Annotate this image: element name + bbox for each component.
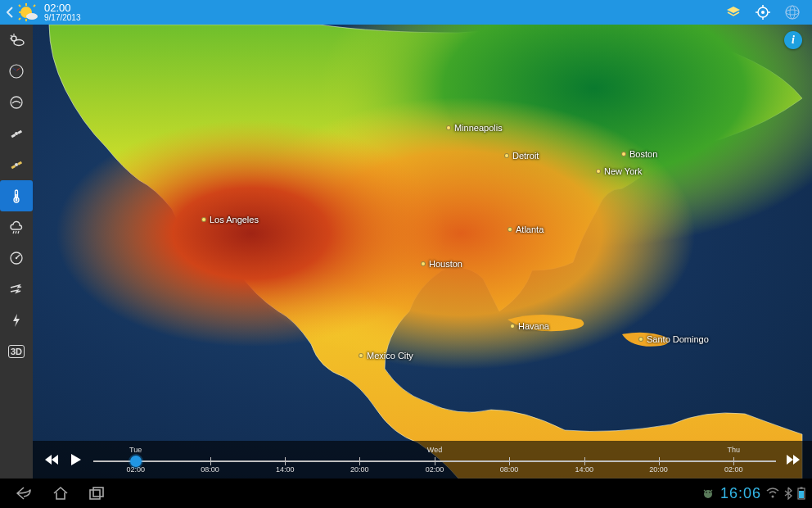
timeline-play-button[interactable] xyxy=(64,441,88,479)
map-viewport[interactable]: MinneapolisDetroitBostonNew YorkLos Ange… xyxy=(33,25,812,479)
info-button[interactable]: i xyxy=(784,31,802,49)
timeline-tick-label: 02:00 xyxy=(724,465,743,474)
timeline-tick xyxy=(659,457,660,465)
svg-rect-52 xyxy=(801,488,803,489)
svg-rect-53 xyxy=(799,491,804,498)
city-label: Mexico City xyxy=(359,351,413,361)
city-label: Boston xyxy=(621,149,657,159)
globe-icon[interactable] xyxy=(778,0,807,25)
battery-icon xyxy=(797,487,805,500)
svg-line-36 xyxy=(18,231,19,234)
timeline-tick-label: 08:00 xyxy=(500,465,519,474)
timeline-day-label: Thu xyxy=(728,446,741,454)
svg-point-23 xyxy=(11,97,22,108)
system-clock: 16:06 xyxy=(720,485,761,502)
svg-point-39 xyxy=(16,257,17,259)
svg-point-50 xyxy=(772,496,774,498)
timeline-tick-label: 14:00 xyxy=(276,465,295,474)
sidebar-radar-icon[interactable] xyxy=(0,56,33,87)
sidebar-wind-icon[interactable] xyxy=(0,274,33,305)
layer-sidebar: 3D xyxy=(0,25,33,479)
sidebar-pressure-icon[interactable] xyxy=(0,243,33,274)
city-name: Minneapolis xyxy=(454,123,503,133)
header-date: 9/17/2013 xyxy=(44,14,81,22)
city-dot-icon xyxy=(504,153,509,158)
svg-rect-28 xyxy=(17,161,22,166)
sidebar-cloud-icon[interactable] xyxy=(0,211,33,243)
timeline-tick xyxy=(210,457,211,465)
sidebar-satellite-vis-icon[interactable] xyxy=(0,149,33,180)
svg-point-9 xyxy=(761,11,765,14)
timeline-tick xyxy=(359,457,360,465)
sidebar-temperature-icon[interactable] xyxy=(0,180,33,211)
city-dot-icon xyxy=(508,227,512,232)
timeline-tick-label: 14:00 xyxy=(575,465,593,474)
svg-line-5 xyxy=(19,5,20,7)
city-name: Los Angeles xyxy=(210,215,259,225)
city-dot-icon xyxy=(421,261,426,266)
locate-icon[interactable] xyxy=(748,0,778,25)
timeline-tick xyxy=(435,457,435,465)
city-dot-icon xyxy=(638,337,643,342)
header-datetime[interactable]: 02:00 9/17/2013 xyxy=(39,2,81,22)
svg-rect-42 xyxy=(33,25,812,479)
timeline-handle[interactable] xyxy=(130,456,142,467)
city-dot-icon xyxy=(596,169,601,174)
app-logo-sun-icon[interactable] xyxy=(16,1,39,24)
city-name: Boston xyxy=(629,149,657,159)
timeline-forward-button[interactable] xyxy=(781,441,805,479)
timeline-day-label: Wed xyxy=(427,446,442,454)
svg-point-21 xyxy=(14,40,24,46)
sidebar-3d-icon[interactable]: 3D xyxy=(0,336,33,367)
sidebar-weather-icon[interactable] xyxy=(0,25,33,56)
timeline-tick xyxy=(733,457,734,465)
layers-icon[interactable] xyxy=(719,0,748,25)
timeline-track[interactable]: 02:0008:0014:0020:0002:0008:0014:0020:00… xyxy=(93,441,776,479)
system-recents-icon[interactable] xyxy=(79,479,115,508)
svg-rect-44 xyxy=(93,488,103,497)
svg-line-6 xyxy=(19,18,20,20)
city-label: Havana xyxy=(510,321,549,331)
city-dot-icon xyxy=(446,125,451,130)
svg-point-46 xyxy=(706,492,707,493)
system-back-icon[interactable] xyxy=(7,479,43,508)
timeline-rewind-button[interactable] xyxy=(39,441,64,479)
city-label: Atlanta xyxy=(508,225,544,234)
timeline-tick xyxy=(584,457,585,465)
city-label: New York xyxy=(596,166,642,176)
svg-rect-43 xyxy=(90,490,100,499)
svg-point-29 xyxy=(15,163,18,166)
city-name: Havana xyxy=(518,321,549,331)
system-status-area[interactable]: 16:06 xyxy=(701,485,805,502)
svg-point-14 xyxy=(786,6,799,19)
android-debug-icon xyxy=(701,487,715,500)
city-name: Santo Domingo xyxy=(647,334,709,344)
svg-line-48 xyxy=(704,490,706,492)
sidebar-lightning-icon[interactable] xyxy=(0,305,33,336)
timeline-bar: 02:0008:0014:0020:0002:0008:0014:0020:00… xyxy=(33,441,812,479)
info-icon: i xyxy=(792,34,795,47)
wifi-icon xyxy=(766,488,779,499)
sidebar-satellite-ir-icon[interactable] xyxy=(0,118,33,149)
sidebar-precip-icon[interactable] xyxy=(0,87,33,118)
landmass-temperature-layer xyxy=(33,25,812,479)
timeline-tick xyxy=(509,457,510,465)
bluetooth-icon xyxy=(784,487,792,500)
city-name: Detroit xyxy=(512,151,539,161)
timeline-day-label: Tue xyxy=(129,446,142,454)
city-dot-icon xyxy=(201,217,206,222)
svg-line-4 xyxy=(34,5,35,7)
svg-line-20 xyxy=(11,35,12,37)
header-time: 02:00 xyxy=(44,2,81,13)
svg-line-34 xyxy=(13,231,14,234)
svg-point-16 xyxy=(790,6,795,19)
svg-line-35 xyxy=(16,231,16,234)
back-chevron-icon[interactable] xyxy=(5,0,15,25)
city-label: Detroit xyxy=(504,151,539,161)
city-label: Santo Domingo xyxy=(638,334,709,344)
svg-point-26 xyxy=(15,132,18,135)
timeline-tick-label: 20:00 xyxy=(649,465,668,474)
system-home-icon[interactable] xyxy=(43,479,79,508)
svg-point-7 xyxy=(26,13,38,20)
city-name: Mexico City xyxy=(367,351,413,361)
